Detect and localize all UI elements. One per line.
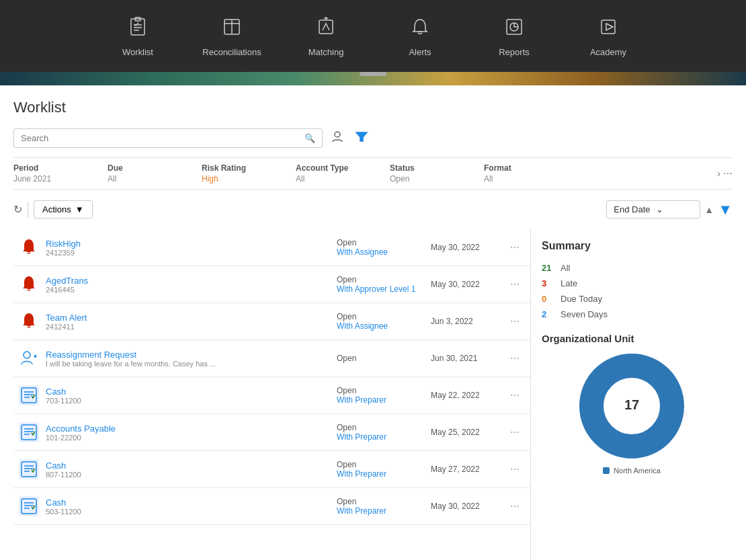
item-date: May 30, 2022 (431, 280, 498, 289)
item-name[interactable]: RiskHigh (46, 239, 330, 249)
sort-label: End Date (614, 204, 650, 214)
summary-due-today-label: Due Today (561, 294, 602, 304)
list-item: Team Alert 2412411 Open With Assignee Ju… (13, 303, 530, 340)
nav-worklist[interactable]: Worklist (91, 17, 185, 57)
academy-icon (598, 17, 618, 42)
item-menu-icon[interactable]: ⋯ (505, 424, 525, 440)
svg-rect-8 (319, 20, 333, 34)
matching-icon (316, 17, 336, 42)
svg-text:17: 17 (624, 397, 639, 412)
banner-handle[interactable] (360, 72, 386, 76)
format-label: Format (484, 163, 565, 173)
filter-period[interactable]: Period June 2021 (13, 163, 108, 184)
top-navigation: Worklist Reconciliations Matching (0, 0, 746, 74)
donut-chart: 17 North America (542, 352, 722, 475)
filter-icon[interactable] (352, 127, 371, 149)
banner (0, 72, 746, 85)
item-name[interactable]: Accounts Payable (46, 424, 330, 434)
due-value: All (108, 174, 188, 184)
user-filter-icon[interactable] (328, 127, 347, 149)
item-id: 807-11200 (46, 471, 330, 479)
summary-title: Summary (542, 240, 722, 252)
sort-descending-icon[interactable]: ▼ (718, 201, 733, 218)
item-content: Accounts Payable 101-22200 (46, 424, 330, 442)
item-content: AgedTrans 2416445 (46, 276, 330, 294)
sort-dropdown[interactable]: End Date ⌄ (606, 200, 700, 218)
item-status: Open With Assignee (337, 238, 424, 257)
recon-icon (19, 422, 39, 442)
search-icon: 🔍 (304, 133, 315, 143)
filter-risk[interactable]: Risk Rating High (202, 163, 296, 184)
nav-reconciliations[interactable]: Reconciliations (185, 17, 279, 57)
summary-late-label: Late (561, 278, 577, 288)
filter-status[interactable]: Status Open (390, 163, 484, 184)
sort-ascending-icon[interactable]: ▲ (704, 204, 714, 215)
status-label: Status (390, 163, 470, 173)
item-menu-icon[interactable]: ⋯ (505, 239, 525, 255)
filter-row: Period June 2021 Due All Risk Rating Hig… (13, 157, 733, 190)
account-label: Account Type (296, 163, 376, 173)
actions-button[interactable]: Actions ▼ (34, 200, 93, 218)
svg-marker-16 (356, 132, 367, 141)
item-name[interactable]: Cash (46, 461, 330, 471)
item-date: May 30, 2022 (431, 502, 498, 511)
item-content: RiskHigh 2412359 (46, 239, 330, 257)
assign-icon (19, 348, 39, 368)
alert-icon (19, 274, 39, 294)
item-date: May 22, 2022 (431, 391, 498, 400)
nav-alerts[interactable]: Alerts (373, 17, 467, 57)
item-content: Cash 503-11200 (46, 497, 330, 516)
risk-value: High (202, 174, 282, 184)
summary-late-row: 3 Late (542, 276, 722, 291)
item-name[interactable]: AgedTrans (46, 276, 330, 286)
item-status: Open With Preparer (337, 460, 424, 479)
item-content: Team Alert 2412411 (46, 313, 330, 331)
item-date: May 27, 2022 (431, 465, 498, 474)
item-status: Open With Preparer (337, 497, 424, 516)
filter-format[interactable]: Format All (484, 163, 578, 184)
item-menu-icon[interactable]: ⋯ (505, 387, 525, 403)
account-value: All (296, 174, 376, 184)
refresh-button[interactable]: ↻ (13, 203, 22, 216)
summary-due-today-count: 0 (542, 294, 555, 304)
search-box[interactable]: 🔍 (13, 128, 323, 148)
page-title: Worklist (13, 99, 733, 116)
item-id: 2412359 (46, 249, 330, 257)
sort-controls: End Date ⌄ ▲ ▼ (606, 200, 733, 218)
item-name[interactable]: Team Alert (46, 313, 330, 323)
nav-matching[interactable]: Matching (279, 17, 373, 57)
format-value: All (484, 174, 565, 184)
item-menu-icon[interactable]: ⋯ (505, 350, 525, 366)
item-date: Jun 30, 2021 (431, 354, 498, 363)
more-icon: ⋯ (723, 168, 733, 179)
nav-reports[interactable]: Reports (467, 17, 561, 57)
summary-due-today-row: 0 Due Today (542, 291, 722, 307)
item-menu-icon[interactable]: ⋯ (505, 276, 525, 292)
right-panel: Summary 21 All 3 Late 0 Due Today 2 Seve… (531, 229, 733, 560)
svg-point-15 (335, 132, 340, 137)
list-item: Reassignment Request I will be taking le… (13, 340, 530, 377)
filter-due[interactable]: Due All (108, 163, 202, 184)
filter-expand[interactable]: › ⋯ (717, 168, 733, 179)
item-status: Open (337, 354, 424, 363)
item-name[interactable]: Cash (46, 387, 330, 397)
item-menu-icon[interactable]: ⋯ (505, 498, 525, 514)
item-status: Open With Preparer (337, 386, 424, 405)
recon-icon (19, 385, 39, 405)
nav-academy[interactable]: Academy (561, 17, 655, 57)
item-menu-icon[interactable]: ⋯ (505, 461, 525, 477)
list-item: Cash 503-11200 Open With Preparer May 30… (13, 488, 530, 525)
list-item: AgedTrans 2416445 Open With Approver Lev… (13, 266, 530, 303)
worklist-icon (128, 17, 148, 42)
main-content: Worklist 🔍 Period June 2021 Due All (0, 85, 746, 560)
filter-account[interactable]: Account Type All (296, 163, 390, 184)
item-menu-icon[interactable]: ⋯ (505, 313, 525, 329)
period-label: Period (13, 163, 94, 173)
recon-icon (19, 496, 39, 516)
item-id: 703-11200 (46, 397, 330, 405)
item-date: Jun 3, 2022 (431, 317, 498, 326)
item-name[interactable]: Reassignment Request (46, 350, 330, 360)
item-name[interactable]: Cash (46, 497, 330, 508)
list-item: Cash 703-11200 Open With Preparer May 22… (13, 377, 530, 414)
search-input[interactable] (21, 133, 304, 143)
